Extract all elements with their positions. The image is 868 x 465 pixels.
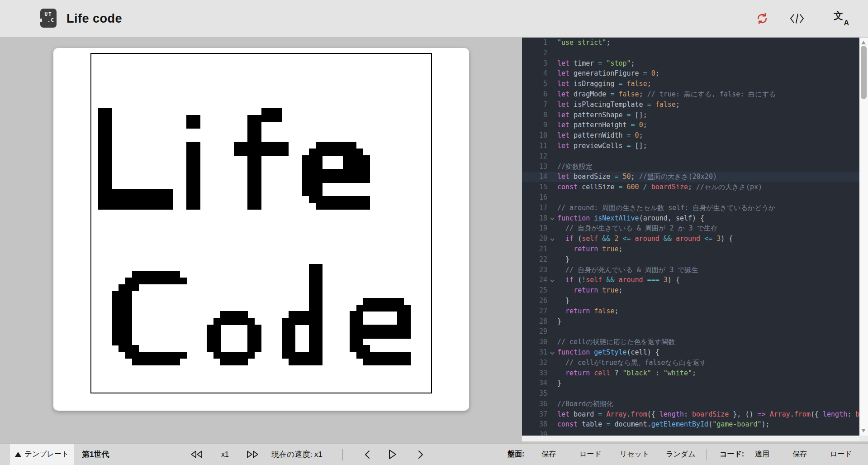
line-number: 26 bbox=[522, 296, 547, 306]
code-line[interactable]: 3let timer = "stop"; bbox=[522, 58, 859, 69]
code-text: let patternShape = []; bbox=[557, 110, 859, 120]
code-text: let generationFigure = 0; bbox=[557, 68, 859, 79]
code-text: //Boardの初期化 bbox=[557, 399, 859, 409]
fold-gutter bbox=[547, 182, 557, 192]
code-text: let isPlacingTemplate = false; bbox=[557, 100, 859, 110]
code-line[interactable]: 15const cellSize = 600 / boardSize; //セル… bbox=[522, 182, 859, 192]
scroll-down-icon[interactable] bbox=[861, 429, 866, 432]
line-number: 23 bbox=[522, 265, 547, 275]
line-number: 1 bbox=[522, 38, 547, 48]
code-line[interactable]: 1"use strict"; bbox=[522, 38, 859, 48]
speed-x1-button[interactable]: x1 bbox=[221, 444, 229, 465]
code-text bbox=[557, 48, 859, 58]
line-number: 33 bbox=[522, 368, 547, 379]
code-line[interactable]: 6let dragMode = false; // true: 黒にする, fa… bbox=[522, 89, 859, 100]
code-lines[interactable]: 1"use strict";23let timer = "stop";4let … bbox=[522, 38, 859, 440]
prev-generation-button[interactable] bbox=[365, 444, 370, 465]
fast-forward-button[interactable] bbox=[247, 444, 259, 465]
translate-icon[interactable]: 文 A bbox=[834, 0, 849, 37]
code-line[interactable]: 26 } bbox=[522, 296, 859, 306]
editor-vertical-scrollbar[interactable] bbox=[859, 38, 868, 436]
next-generation-button[interactable] bbox=[418, 444, 423, 465]
template-button[interactable]: テンプレート bbox=[10, 444, 74, 465]
code-apply-button[interactable]: 適用 bbox=[755, 444, 769, 465]
code-text: //変数設定 bbox=[557, 162, 859, 172]
code-text: function getStyle(cell) { bbox=[557, 347, 859, 358]
code-line[interactable]: 19 // 自身が生きている & 周囲が 2 か 3 で生存 bbox=[522, 223, 859, 234]
code-save-button[interactable]: 保存 bbox=[792, 444, 807, 465]
code-icon[interactable] bbox=[789, 0, 805, 37]
code-line[interactable]: 12 bbox=[522, 151, 859, 162]
fold-gutter bbox=[547, 306, 557, 316]
code-line[interactable]: 22 } bbox=[522, 254, 859, 265]
code-line[interactable]: 24 if (!self && around === 3) { bbox=[522, 275, 859, 285]
code-line[interactable]: 37let board = Array.from({ length: board… bbox=[522, 409, 859, 420]
code-line[interactable]: 27 return false; bbox=[522, 306, 859, 316]
code-line[interactable]: 29 bbox=[522, 326, 859, 337]
code-line[interactable]: 31function getStyle(cell) { bbox=[522, 347, 859, 358]
code-line[interactable]: 17// around: 周囲の生きたセル数 self: 自身が生きているかどう… bbox=[522, 203, 859, 213]
code-line[interactable]: 21 return true; bbox=[522, 244, 859, 254]
logo-notch bbox=[39, 19, 42, 22]
code-line[interactable]: 38const table = document.getElementById(… bbox=[522, 419, 859, 430]
code-line[interactable]: 5let isDragging = false; bbox=[522, 79, 859, 89]
fold-chevron-icon[interactable] bbox=[547, 213, 557, 224]
code-line[interactable]: 7let isPlacingTemplate = false; bbox=[522, 100, 859, 110]
fold-gutter bbox=[547, 120, 557, 130]
fold-chevron-icon[interactable] bbox=[547, 347, 557, 358]
code-line[interactable]: 11let previewCells = []; bbox=[522, 141, 859, 151]
fold-gutter bbox=[547, 419, 557, 430]
game-board[interactable] bbox=[90, 53, 432, 393]
code-line[interactable]: 28} bbox=[522, 316, 859, 327]
fold-chevron-icon[interactable] bbox=[547, 275, 557, 285]
line-number: 30 bbox=[522, 337, 547, 347]
board-group-label: 盤面: bbox=[508, 444, 524, 465]
board-random-button[interactable]: ランダム bbox=[666, 444, 696, 465]
vertical-scrollbar-thumb[interactable] bbox=[861, 46, 867, 99]
code-line[interactable]: 4let generationFigure = 0; bbox=[522, 68, 859, 79]
scroll-up-icon[interactable] bbox=[861, 41, 866, 44]
code-load-button[interactable]: ロード bbox=[830, 444, 852, 465]
play-button[interactable] bbox=[388, 444, 397, 465]
fold-gutter bbox=[547, 48, 557, 58]
code-line[interactable]: 16 bbox=[522, 192, 859, 203]
board-load-button[interactable]: ロード bbox=[579, 444, 602, 465]
line-number: 32 bbox=[522, 358, 547, 368]
code-line[interactable]: 34} bbox=[522, 378, 859, 388]
life-grid[interactable] bbox=[91, 54, 431, 393]
line-number: 12 bbox=[522, 151, 547, 162]
code-text bbox=[557, 326, 859, 337]
code-text: } bbox=[557, 254, 859, 265]
code-line[interactable]: 8let patternShape = []; bbox=[522, 110, 859, 120]
fold-chevron-icon[interactable] bbox=[547, 234, 557, 244]
code-line[interactable]: 23 // 自身が死んでいる & 周囲が 3 で誕生 bbox=[522, 265, 859, 275]
line-number: 6 bbox=[522, 89, 547, 100]
code-line[interactable]: 33 return cell ? "black" : "white"; bbox=[522, 368, 859, 379]
line-number: 35 bbox=[522, 388, 547, 399]
code-line[interactable]: 2 bbox=[522, 48, 859, 58]
code-line[interactable]: 20 if (self && 2 <= around && around <= … bbox=[522, 234, 859, 244]
code-line[interactable]: 9let patternHeight = 0; bbox=[522, 120, 859, 130]
code-text: let board = Array.from({ length: boardSi… bbox=[557, 409, 859, 420]
line-number: 27 bbox=[522, 306, 547, 316]
code-line[interactable]: 25 return true; bbox=[522, 285, 859, 296]
code-text: if (!self && around === 3) { bbox=[557, 275, 859, 285]
code-line[interactable]: 30// cellの状態に応じた色を返す関数 bbox=[522, 337, 859, 347]
line-number: 19 bbox=[522, 223, 547, 234]
line-number: 11 bbox=[522, 141, 547, 151]
rewind-button[interactable] bbox=[190, 444, 203, 465]
code-line[interactable]: 13//変数設定 bbox=[522, 162, 859, 172]
code-editor-panel[interactable]: 1"use strict";23let timer = "stop";4let … bbox=[522, 38, 868, 441]
fold-gutter bbox=[547, 162, 557, 172]
refresh-icon[interactable] bbox=[756, 0, 768, 37]
board-save-button[interactable]: 保存 bbox=[541, 444, 556, 465]
code-line[interactable]: 32 // cellがtrueなら黒、falseなら白を返す bbox=[522, 358, 859, 368]
editor-horizontal-scrollbar[interactable] bbox=[522, 436, 859, 441]
code-line[interactable]: 35 bbox=[522, 388, 859, 399]
board-reset-button[interactable]: リセット bbox=[620, 444, 650, 465]
code-line[interactable]: 36//Boardの初期化 bbox=[522, 399, 859, 409]
code-text: return true; bbox=[557, 285, 859, 296]
code-line[interactable]: 14let boardSize = 50; //盤面の大きさ(20x20) bbox=[522, 172, 859, 182]
code-line[interactable]: 18function isNextAlive(around, self) { bbox=[522, 213, 859, 224]
code-line[interactable]: 10let patternWidth = 0; bbox=[522, 130, 859, 141]
